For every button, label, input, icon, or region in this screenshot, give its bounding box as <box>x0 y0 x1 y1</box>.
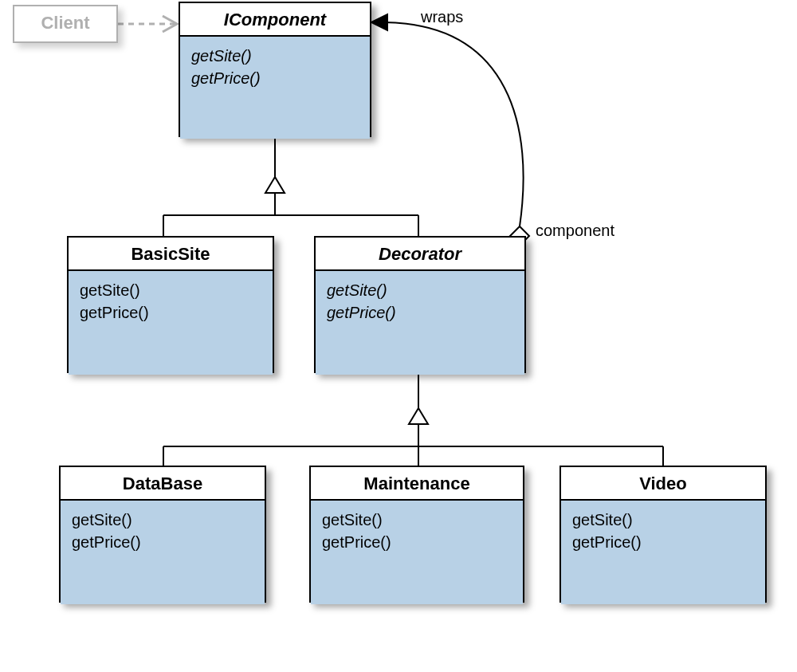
label-wraps: wraps <box>421 8 463 26</box>
class-video: Video getSite() getPrice() <box>559 466 767 603</box>
svg-marker-2 <box>265 177 285 193</box>
method: getSite() <box>72 509 253 531</box>
generalization-icomponent <box>163 137 418 236</box>
method: getPrice() <box>80 301 261 324</box>
uml-diagram: { "client": { "title": "Client" }, "icom… <box>0 0 797 672</box>
class-database: DataBase getSite() getPrice() <box>59 466 266 603</box>
class-title: Video <box>561 467 765 501</box>
class-title: DataBase <box>61 467 265 501</box>
class-title: Decorator <box>316 238 524 271</box>
class-maintenance: Maintenance getSite() getPrice() <box>309 466 524 603</box>
class-decorator: Decorator getSite() getPrice() <box>314 236 526 373</box>
method: getPrice() <box>322 531 512 553</box>
method: getPrice() <box>72 531 253 553</box>
method: getSite() <box>572 509 754 531</box>
method: getSite() <box>322 509 512 531</box>
method: getPrice() <box>191 67 359 89</box>
class-body: getSite() getPrice() <box>561 501 765 604</box>
method: getSite() <box>80 279 261 301</box>
class-body: getSite() getPrice() <box>180 37 370 139</box>
class-client: Client <box>13 5 118 43</box>
svg-marker-8 <box>409 408 428 424</box>
class-body: getSite() getPrice() <box>61 501 265 604</box>
class-title: Client <box>14 6 116 38</box>
class-body: getSite() getPrice() <box>69 271 273 375</box>
method: getPrice() <box>572 531 754 553</box>
svg-marker-15 <box>371 14 387 30</box>
generalization-decorator <box>163 373 663 466</box>
class-basicsite: BasicSite getSite() getPrice() <box>67 236 274 373</box>
class-title: Maintenance <box>311 467 523 501</box>
method: getPrice() <box>327 301 513 324</box>
class-title: BasicSite <box>69 238 273 271</box>
method: getSite() <box>191 45 359 67</box>
class-title: IComponent <box>180 3 370 37</box>
dependency-client-to-icomponent <box>118 16 177 32</box>
aggregation-decorator-icomponent <box>371 14 529 246</box>
label-component: component <box>536 222 614 240</box>
class-icomponent: IComponent getSite() getPrice() <box>179 2 371 137</box>
class-body: getSite() getPrice() <box>316 271 524 375</box>
class-body: getSite() getPrice() <box>311 501 523 604</box>
method: getSite() <box>327 279 513 301</box>
